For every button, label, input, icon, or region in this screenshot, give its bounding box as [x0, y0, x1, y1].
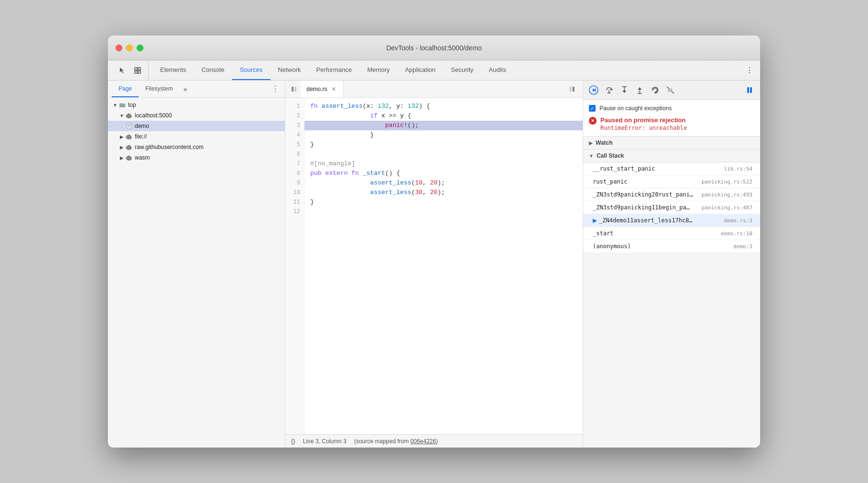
format-button[interactable]: {}	[291, 437, 295, 445]
menubar-end: ⋮	[743, 60, 760, 80]
tab-sources[interactable]: Sources	[232, 60, 270, 80]
line-num-7: 7	[285, 159, 304, 169]
sidebar-actions: ⋮	[270, 83, 285, 95]
devtools-window: DevTools - localhost:5000/demo Elements …	[108, 35, 760, 448]
deactivate-button[interactable]	[664, 83, 677, 97]
svg-rect-1	[135, 71, 137, 73]
tab-audits[interactable]: Audits	[481, 60, 514, 80]
close-tab-icon[interactable]: ✕	[330, 85, 338, 93]
debugger-toolbar	[583, 80, 760, 100]
tab-memory[interactable]: Memory	[360, 60, 398, 80]
close-button[interactable]	[116, 45, 122, 51]
traffic-lights	[116, 45, 143, 51]
call-stack-loc-4: demo.rs:3	[724, 218, 752, 224]
call-stack-item-3[interactable]: _ZN3std9panicking11begin_pa… panicking.r…	[583, 201, 760, 214]
step-button[interactable]	[648, 83, 662, 97]
tree-arrow-localhost: ▼	[118, 112, 125, 119]
editor-file-tab[interactable]: demo.rs ✕	[301, 80, 344, 97]
maximize-button[interactable]	[137, 45, 143, 51]
svg-point-24	[128, 156, 131, 159]
file-tree: ▼ top ▼	[108, 98, 285, 448]
call-stack-section-header[interactable]: ▼ Call Stack	[583, 150, 760, 162]
navigator-toggle-icon[interactable]	[287, 82, 301, 96]
step-over-button[interactable]	[602, 83, 616, 97]
line-num-9: 9	[285, 178, 304, 188]
code-line-12	[305, 207, 583, 217]
tree-item-top[interactable]: ▼ top	[108, 100, 285, 110]
code-line-6	[305, 150, 583, 159]
editor-content[interactable]: 1 2 3 4 5 6 7 8 9 10 11 12 fn assert_les…	[285, 98, 583, 434]
call-stack-list: __rust_start_panic lib.rs:54 rust_panic …	[583, 162, 760, 253]
tree-item-file[interactable]: ▶ file://	[108, 131, 285, 142]
call-stack-item-5[interactable]: _start demo.rs:10	[583, 227, 760, 240]
watch-section-header[interactable]: ▶ Watch	[583, 137, 760, 150]
sources-sidebar: Page Filesystem » ⋮ ▼ top	[108, 80, 285, 448]
watch-label: Watch	[596, 139, 613, 146]
tree-item-wasm[interactable]: ▶ wasm	[108, 152, 285, 163]
tab-elements[interactable]: Elements	[152, 60, 194, 80]
select-tool-icon[interactable]	[116, 64, 129, 77]
call-stack-loc-0: lib.rs:54	[724, 166, 752, 172]
source-map-link[interactable]: 006e4226	[411, 438, 436, 445]
call-stack-item-2[interactable]: _ZN3std9panicking20rust_pani… panicking.…	[583, 188, 760, 201]
svg-point-8	[128, 114, 131, 117]
tab-network[interactable]: Network	[270, 60, 309, 80]
tree-item-localhost[interactable]: ▼ localhost:5000	[108, 110, 285, 121]
svg-rect-26	[294, 87, 296, 92]
svg-rect-43	[747, 87, 749, 93]
cloud-icon-wasm	[125, 154, 133, 161]
add-folder-icon[interactable]: ⋮	[270, 83, 281, 95]
cloud-icon-file	[125, 133, 133, 140]
toolbar-icons	[112, 60, 149, 80]
svg-rect-4	[119, 104, 125, 107]
tab-performance[interactable]: Performance	[308, 60, 359, 80]
minimize-button[interactable]	[126, 45, 133, 51]
tab-application[interactable]: Application	[398, 60, 444, 80]
pause-caught-row: Pause on caught exceptions	[589, 105, 754, 112]
line-num-2: 2	[285, 111, 304, 121]
call-stack-loc-2: panicking.rs:493	[702, 192, 752, 198]
step-out-button[interactable]	[633, 83, 646, 97]
inspect-icon[interactable]	[131, 64, 144, 77]
call-stack-item-1[interactable]: rust_panic panicking.rs:522	[583, 175, 760, 188]
step-into-button[interactable]	[618, 83, 631, 97]
format-toggle-icon[interactable]	[565, 82, 579, 96]
right-panel: Pause on caught exceptions Paused on pro…	[583, 80, 760, 448]
pause-caught-checkbox[interactable]	[589, 105, 596, 112]
sidebar-tab-page[interactable]: Page	[112, 80, 139, 97]
code-line-7: #[no_mangle]	[305, 159, 583, 169]
call-stack-item-6[interactable]: (anonymous) demo:3	[583, 240, 760, 253]
code-lines: fn assert_less(x: i32, y: i32) { if x >=…	[305, 98, 583, 434]
call-stack-fn-0: __rust_start_panic	[593, 165, 720, 172]
main-content: Page Filesystem » ⋮ ▼ top	[108, 80, 760, 448]
call-stack-item-0[interactable]: __rust_start_panic lib.rs:54	[583, 162, 760, 175]
tree-arrow-raw: ▶	[118, 144, 125, 150]
call-stack-loc-5: demo.rs:10	[721, 230, 752, 237]
right-panel-content: Pause on caught exceptions Paused on pro…	[583, 100, 760, 448]
error-detail: RuntimeError: unreachable	[600, 125, 687, 131]
tab-console[interactable]: Console	[194, 60, 232, 80]
svg-rect-0	[135, 68, 137, 70]
sidebar-tabs: Page Filesystem » ⋮	[108, 80, 285, 98]
tree-item-demo[interactable]: demo	[108, 121, 285, 131]
sidebar-tab-filesystem[interactable]: Filesystem	[139, 80, 179, 97]
svg-marker-32	[610, 88, 613, 90]
call-stack-item-4[interactable]: ▶ _ZN4demo11assert_less17hc8… demo.rs:3	[583, 214, 760, 227]
editor-tabs: demo.rs ✕	[285, 80, 583, 98]
sidebar-tab-more-icon[interactable]: »	[179, 85, 191, 93]
tree-label-file: file://	[135, 133, 147, 140]
callstack-arrow-icon: ▼	[589, 153, 594, 159]
paused-on-error: Paused on promise rejection RuntimeError…	[589, 116, 754, 131]
line-num-12: 12	[285, 207, 304, 217]
tab-security[interactable]: Security	[443, 60, 481, 80]
tree-item-raw[interactable]: ▶ raw.githubusercontent.com	[108, 142, 285, 152]
line-num-11: 11	[285, 197, 304, 207]
pause-button[interactable]	[743, 83, 756, 97]
line-col-info: Line 3, Column 3	[303, 438, 347, 445]
resume-button[interactable]	[587, 83, 600, 97]
paused-error-content: Paused on promise rejection RuntimeError…	[600, 116, 687, 131]
editor-file-tab-name: demo.rs	[306, 86, 327, 92]
line-numbers: 1 2 3 4 5 6 7 8 9 10 11 12	[285, 98, 305, 434]
call-stack-fn-6: (anonymous)	[593, 243, 729, 250]
more-options-icon[interactable]: ⋮	[743, 64, 756, 77]
